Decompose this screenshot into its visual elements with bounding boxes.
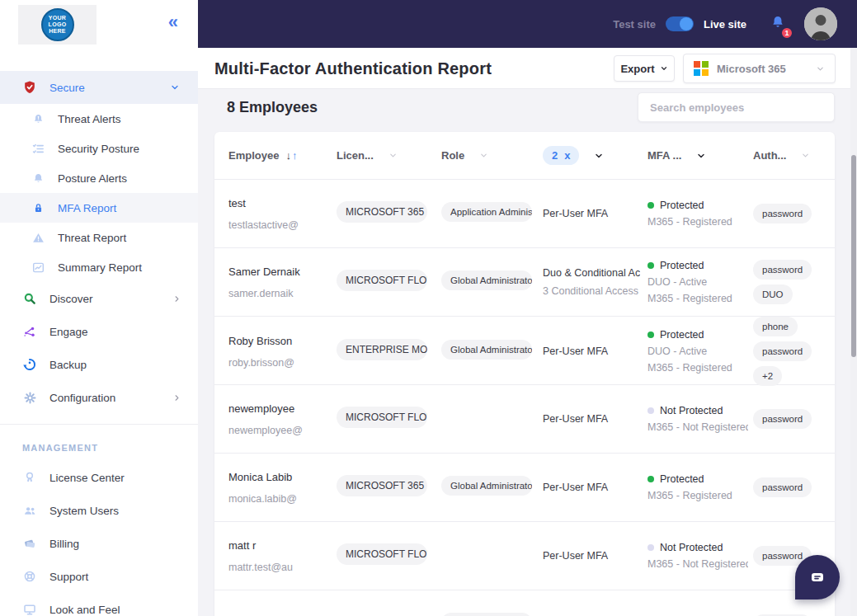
- award-icon: [21, 469, 38, 486]
- auth-method-badge: password: [753, 341, 812, 361]
- employee-name: Mariusz Rosinski: [228, 614, 329, 616]
- sidebar-item-summary-report[interactable]: Summary Report: [0, 252, 198, 282]
- role-badge: Application Administrator: [441, 202, 532, 222]
- sidebar-item-mfa-report[interactable]: MFA Report: [0, 193, 198, 223]
- sidebar-item-billing[interactable]: Billing: [0, 527, 198, 560]
- column-header-role[interactable]: Role: [441, 149, 543, 162]
- sidebar-divider: [0, 424, 198, 425]
- license-badge: MICROSOFT FLOW: [337, 543, 427, 565]
- sidebar-collapse-icon[interactable]: «: [168, 13, 178, 31]
- chart-icon: [30, 259, 46, 275]
- topbar-controls: Test site Live site 1: [613, 0, 837, 48]
- employee-name: matt r: [228, 539, 329, 552]
- sidebar-item-posture-alerts[interactable]: Posture Alerts: [0, 163, 198, 193]
- sidebar-item-label: Configuration: [49, 392, 115, 404]
- sidebar-item-secure[interactable]: Secure: [0, 71, 198, 104]
- auth-methods-cell: password: [753, 409, 835, 429]
- chevron-right-icon: [172, 393, 181, 402]
- export-button[interactable]: Export: [614, 55, 675, 82]
- sidebar-item-license-center[interactable]: License Center: [0, 461, 198, 494]
- bell-icon: [30, 170, 46, 186]
- avatar[interactable]: [804, 7, 837, 40]
- logo-text: HERE: [49, 28, 66, 35]
- brand-logo: YOUR LOGO HERE: [18, 5, 97, 45]
- table-row: matt r mattr.test@au MICROSOFT FLOW Per-…: [214, 522, 835, 590]
- license-cell: MICROSOFT 365: [337, 201, 441, 226]
- chat-widget-button[interactable]: [795, 555, 840, 600]
- filter-count: 2: [552, 149, 558, 162]
- chevron-down-icon[interactable]: [801, 151, 810, 160]
- sort-ascending-icon[interactable]: ↑: [292, 149, 298, 162]
- sidebar-item-backup[interactable]: Backup: [0, 348, 198, 381]
- table-row: Monica Labib monica.labib@ MICROSOFT 365…: [214, 454, 835, 522]
- tenant-select[interactable]: Microsoft 365: [683, 54, 836, 83]
- chevron-down-icon[interactable]: [479, 151, 488, 160]
- column-header-mfa-status[interactable]: MFA ...: [647, 149, 753, 162]
- auth-methods-cell: password: [753, 477, 835, 497]
- column-header-license[interactable]: Licen...: [337, 149, 441, 162]
- mfa-status-cell: Protected DUO - Active M365 - Registered: [647, 260, 753, 304]
- sidebar-item-system-users[interactable]: System Users: [0, 494, 198, 527]
- mfa-type-cell: Per-User MFA: [543, 413, 647, 425]
- employees-table: Employee ↓ ↑ Licen... Role 2 x: [214, 132, 835, 616]
- sidebar-item-configuration[interactable]: Configuration: [0, 381, 198, 414]
- employee-name: test: [228, 197, 329, 209]
- role-cell: Global Administrator: [441, 340, 543, 363]
- chevron-right-icon: [172, 294, 181, 303]
- license-cell: MICROSOFT FLOW: [337, 543, 441, 568]
- mfa-status-cell: Not Protected M365 - Not Registered: [647, 405, 753, 433]
- monitor-icon: [21, 601, 38, 616]
- management-section-label: MANAGEMENT: [0, 433, 198, 461]
- sidebar-item-label: MFA Report: [58, 202, 116, 214]
- main-content: 8 Employees Employee ↓ ↑ Licen... Role: [198, 89, 857, 616]
- sidebar-item-label: Engage: [49, 326, 88, 338]
- sidebar-item-discover[interactable]: Discover: [0, 282, 198, 315]
- sidebar-item-label: Summary Report: [58, 261, 142, 274]
- status-detail: M365 - Registered: [647, 293, 748, 304]
- sort-descending-icon[interactable]: ↓: [285, 149, 291, 162]
- sidebar-item-threat-alerts[interactable]: Threat Alerts: [0, 104, 198, 134]
- column-header-employee[interactable]: Employee ↓ ↑: [228, 149, 337, 162]
- auth-method-badge: password: [753, 409, 812, 429]
- employee-cell: matt r mattr.test@au: [228, 539, 337, 573]
- protection-status: Protected: [647, 329, 753, 341]
- warning-triangle-icon: [30, 229, 46, 246]
- employee-name: newemployee: [228, 402, 329, 415]
- employee-email: testlastactive@: [228, 219, 329, 231]
- employee-cell: newemployee newemployee@: [228, 402, 337, 436]
- column-header-mfa-type-filter[interactable]: 2 x: [543, 146, 647, 165]
- search-input[interactable]: [638, 92, 835, 122]
- export-label: Export: [620, 63, 654, 75]
- mfa-type: Duo & Conditional Access: [543, 267, 640, 279]
- sidebar-item-support[interactable]: Support: [0, 560, 198, 593]
- table-header-row: Employee ↓ ↑ Licen... Role 2 x: [214, 132, 835, 180]
- tickets-icon: [21, 535, 38, 552]
- column-header-auth-methods[interactable]: Auth...: [753, 149, 835, 162]
- status-detail: M365 - Not Registered: [647, 421, 748, 433]
- chevron-down-icon: [660, 64, 668, 73]
- role-cell: Global Administrator: [441, 270, 543, 294]
- scrollbar-thumb[interactable]: [851, 155, 856, 357]
- sidebar-item-security-posture[interactable]: Security Posture: [0, 134, 198, 163]
- tenant-label: Microsoft 365: [717, 63, 786, 75]
- mfa-type-cell: Per-User MFA: [543, 482, 647, 493]
- mfa-type-detail: 3 Conditional Access: [543, 285, 640, 297]
- chevron-down-icon[interactable]: [594, 151, 604, 161]
- site-toggle[interactable]: [666, 16, 694, 31]
- scrollbar-track: [850, 48, 857, 616]
- chevron-down-icon[interactable]: [696, 151, 706, 161]
- table-row: Samer Dernaik samer.dernaik MICROSOFT FL…: [214, 248, 835, 317]
- logo-text: LOGO: [49, 21, 67, 28]
- employee-name: Roby Brisson: [228, 335, 329, 347]
- clear-filter-icon[interactable]: x: [564, 149, 570, 162]
- chevron-down-icon[interactable]: [388, 151, 398, 160]
- sidebar-item-look-and-feel[interactable]: Look and Feel: [0, 593, 198, 616]
- lifebuoy-icon: [21, 568, 38, 585]
- status-dot-icon: [647, 544, 654, 551]
- notifications-button[interactable]: 1: [770, 14, 786, 34]
- status-dot-icon: [647, 476, 654, 482]
- sidebar-item-threat-report[interactable]: Threat Report: [0, 223, 198, 252]
- sidebar-item-engage[interactable]: Engage: [0, 315, 198, 348]
- role-badge: Global Administrator: [441, 340, 532, 360]
- status-dot-icon: [647, 407, 654, 414]
